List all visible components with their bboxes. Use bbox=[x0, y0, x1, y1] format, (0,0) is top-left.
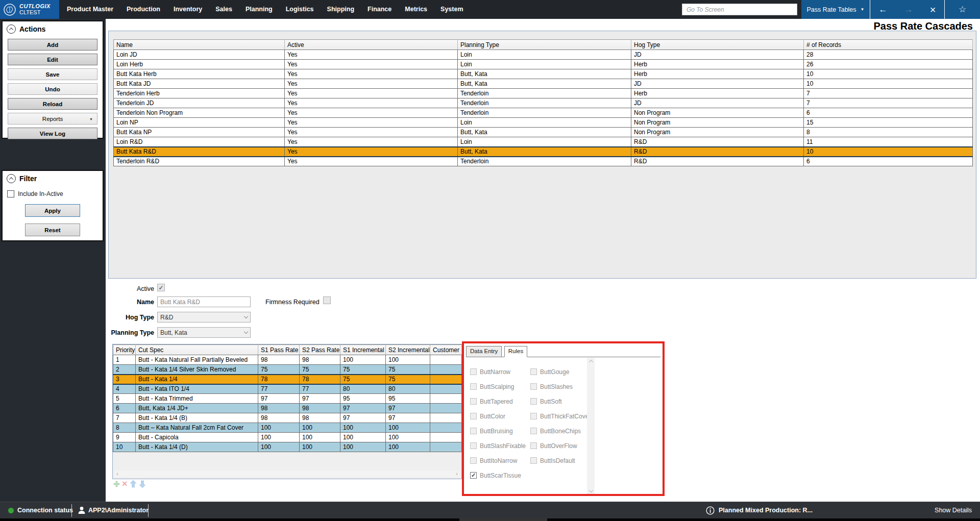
scroll-right-icon[interactable]: › bbox=[456, 471, 458, 477]
table-row[interactable]: 2Butt - Kata 1/4 Silver Skin Removed7575… bbox=[113, 365, 462, 375]
horizontal-scrollbar[interactable]: ‹ › bbox=[114, 470, 460, 477]
table-row[interactable]: 1Butt - Kata Natural Fall Partially Beve… bbox=[113, 355, 462, 365]
table-row[interactable]: Butt Kata JDYesButt, KataJD10 bbox=[114, 79, 973, 89]
delete-row-icon[interactable]: × bbox=[122, 481, 128, 487]
favorite-star-icon[interactable]: ☆ bbox=[959, 4, 966, 15]
table-row[interactable]: Butt Kata HerbYesButt, KataHerb10 bbox=[114, 69, 973, 79]
checkbox-unchecked[interactable] bbox=[470, 457, 477, 464]
move-up-icon[interactable] bbox=[130, 480, 137, 488]
planning-type-select[interactable]: Butt, Kata bbox=[157, 327, 251, 338]
column-header-cut-spec[interactable]: Cut Spec bbox=[136, 345, 258, 355]
back-arrow-icon[interactable]: ← bbox=[879, 5, 888, 14]
column-header-hog-type[interactable]: Hog Type bbox=[631, 40, 804, 50]
column-header-customer[interactable]: Customer bbox=[430, 345, 462, 355]
menu-metrics[interactable]: Metrics bbox=[398, 0, 434, 19]
checkbox-unchecked[interactable] bbox=[470, 442, 477, 449]
collapse-filter-icon[interactable] bbox=[7, 174, 16, 183]
menu-product-master[interactable]: Product Master bbox=[60, 0, 120, 19]
table-row[interactable]: Butt Kata NPYesButt, KataNon Program8 bbox=[114, 128, 973, 137]
table-row[interactable]: 4Butt - Kata ITO 1/477778080 bbox=[113, 384, 462, 394]
checkbox-unchecked[interactable] bbox=[470, 398, 477, 405]
menu-sales[interactable]: Sales bbox=[209, 0, 239, 19]
hog-type-select[interactable]: R&D bbox=[157, 312, 251, 322]
menu-production[interactable]: Production bbox=[120, 0, 167, 19]
reload-button[interactable]: Reload bbox=[8, 98, 97, 110]
scroll-up-icon[interactable] bbox=[589, 360, 593, 364]
screen-selector-dropdown[interactable]: Pass Rate Tables ▼ bbox=[801, 0, 870, 19]
table-row[interactable]: Butt Kata R&DYesButt, KataR&D10 bbox=[114, 147, 973, 157]
table-row[interactable]: 8Butt – Kata Natural Fall 2cm Fat Cover1… bbox=[113, 423, 462, 433]
table-row[interactable]: 5Butt - Kata Trimmed97979595 bbox=[113, 394, 462, 404]
column-header-s1-incremental[interactable]: S1 Incremental bbox=[340, 345, 386, 355]
table-row[interactable]: 10Butt - Kata 1/4 (D)100100100100 bbox=[113, 442, 462, 452]
table-row[interactable]: 6Butt, Kata 1/4 JD+98989797 bbox=[113, 404, 462, 413]
table-row[interactable]: Tenderloin JDYesTenderloinJD7 bbox=[114, 98, 973, 108]
column-header-s2-pass-rate[interactable]: S2 Pass Rate bbox=[300, 345, 340, 355]
checkbox-unchecked[interactable] bbox=[470, 383, 477, 390]
reset-button[interactable]: Reset bbox=[25, 224, 80, 236]
move-down-icon[interactable] bbox=[139, 480, 146, 488]
collapse-actions-icon[interactable] bbox=[7, 24, 16, 34]
checkbox-unchecked[interactable] bbox=[530, 442, 537, 449]
table-row[interactable]: Loin NPYesLoinNon Program15 bbox=[114, 118, 973, 128]
table-row[interactable]: 7Butt - Kata 1/4 (B)98989797 bbox=[113, 413, 462, 423]
menu-logistics[interactable]: Logistics bbox=[279, 0, 321, 19]
tab-rules[interactable]: Rules bbox=[504, 346, 527, 357]
column-header-active[interactable]: Active bbox=[285, 40, 458, 50]
scroll-down-icon[interactable] bbox=[589, 488, 593, 492]
include-inactive-checkbox[interactable] bbox=[7, 190, 14, 197]
menu-planning[interactable]: Planning bbox=[239, 0, 279, 19]
divider bbox=[148, 504, 149, 517]
table-row[interactable]: 3Butt - Kata 1/478787575 bbox=[113, 375, 462, 384]
checkbox-unchecked[interactable] bbox=[530, 457, 537, 464]
checkbox-unchecked[interactable] bbox=[470, 428, 477, 434]
go-to-screen-input[interactable] bbox=[682, 4, 797, 15]
table-cell: Non Program bbox=[631, 118, 804, 128]
checkbox-unchecked[interactable] bbox=[530, 383, 537, 390]
save-button[interactable]: Save bbox=[8, 68, 97, 80]
checkbox-unchecked[interactable] bbox=[470, 413, 477, 419]
close-screen-icon[interactable]: × bbox=[930, 5, 936, 15]
checkbox-unchecked[interactable] bbox=[470, 368, 477, 375]
vertical-scrollbar[interactable] bbox=[587, 358, 595, 494]
reports-dropdown-button[interactable]: Reports ▼ bbox=[8, 113, 97, 125]
checkbox-unchecked[interactable] bbox=[530, 428, 537, 434]
name-field[interactable] bbox=[157, 296, 251, 307]
table-row[interactable]: Tenderloin Non ProgramYesTenderloinNon P… bbox=[114, 108, 973, 118]
checkbox-unchecked[interactable] bbox=[530, 413, 537, 419]
checkbox-unchecked[interactable] bbox=[530, 368, 537, 375]
menu-finance[interactable]: Finance bbox=[361, 0, 398, 19]
table-row[interactable]: 9Butt - Capicola100100100100 bbox=[113, 433, 462, 442]
view-log-button[interactable]: View Log bbox=[8, 128, 97, 139]
checkbox-checked[interactable]: ✓ bbox=[470, 472, 477, 479]
column-header-s2-incremental[interactable]: S2 Incremental bbox=[386, 345, 430, 355]
table-cell: 97 bbox=[340, 413, 386, 423]
menu-shipping[interactable]: Shipping bbox=[321, 0, 361, 19]
column-header-planning-type[interactable]: Planning Type bbox=[458, 40, 631, 50]
table-cell: Butt - Kata 1/4 (D) bbox=[136, 442, 258, 452]
tab-data-entry[interactable]: Data Entry bbox=[466, 346, 502, 357]
apply-button[interactable]: Apply bbox=[25, 204, 80, 217]
column-header-s1-pass-rate[interactable]: S1 Pass Rate bbox=[258, 345, 300, 355]
menu-system[interactable]: System bbox=[434, 0, 470, 19]
table-row[interactable]: Loin JDYesLoinJD28 bbox=[114, 50, 973, 60]
column-header-records[interactable]: # of Records bbox=[804, 40, 973, 50]
column-header-priority[interactable]: Priority bbox=[113, 345, 136, 355]
table-row[interactable]: Tenderloin HerbYesTenderloinHerb7 bbox=[114, 89, 973, 98]
column-header-name[interactable]: Name bbox=[114, 40, 285, 50]
show-details-link[interactable]: Show Details bbox=[935, 507, 972, 514]
add-row-icon[interactable] bbox=[113, 481, 120, 487]
undo-button[interactable]: Undo bbox=[8, 83, 97, 95]
table-row[interactable]: Loin R&DYesLoinR&D11 bbox=[114, 137, 973, 147]
table-row[interactable]: Tenderloin R&DYesTenderloinR&D6 bbox=[114, 157, 973, 166]
firmness-required-checkbox[interactable] bbox=[323, 296, 331, 304]
table-row[interactable]: Loin HerbYesLoinHerb26 bbox=[114, 60, 973, 69]
menu-inventory[interactable]: Inventory bbox=[167, 0, 209, 19]
cascades-table: Name Active Planning Type Hog Type # of … bbox=[113, 39, 973, 166]
active-checkbox[interactable]: ✓ bbox=[157, 284, 165, 291]
checkbox-unchecked[interactable] bbox=[530, 398, 537, 405]
add-button[interactable]: Add bbox=[8, 39, 97, 51]
edit-button[interactable]: Edit bbox=[8, 54, 97, 65]
forward-arrow-icon[interactable]: → bbox=[904, 5, 913, 14]
scroll-left-icon[interactable]: ‹ bbox=[116, 471, 118, 477]
